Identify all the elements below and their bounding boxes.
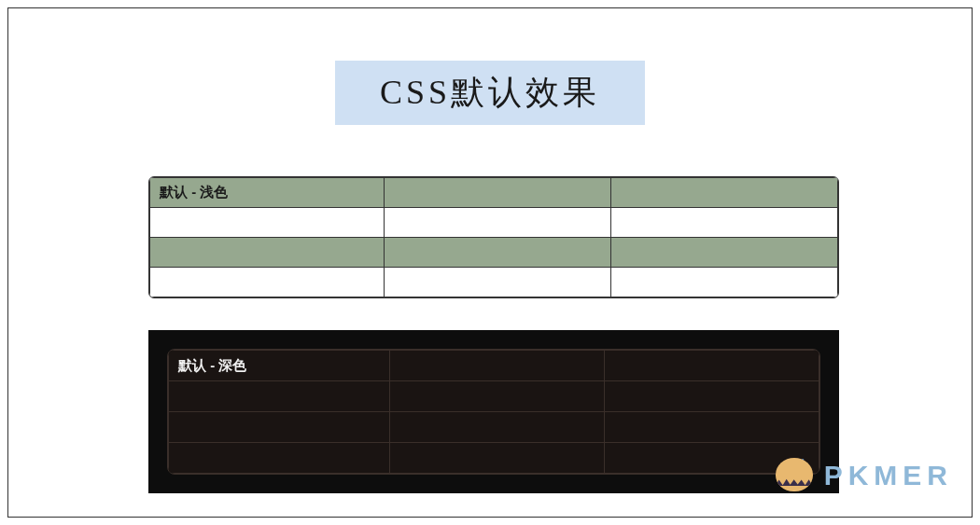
table-cell	[169, 412, 390, 443]
table-row: 默认 - 深色	[169, 351, 819, 381]
table-header-cell: 默认 - 深色	[169, 351, 390, 381]
table-row	[169, 412, 819, 443]
table-header-cell	[389, 351, 604, 381]
table-cell	[169, 381, 390, 412]
table-header-cell	[384, 178, 610, 208]
dark-theme-table: 默认 - 深色	[167, 349, 820, 475]
table-row	[150, 238, 838, 268]
table-header-cell	[604, 351, 819, 381]
table-cell	[604, 381, 819, 412]
table-cell	[604, 412, 819, 443]
table-cell	[389, 412, 604, 443]
table-header-cell	[610, 178, 837, 208]
table-cell	[389, 443, 604, 474]
table-cell	[384, 268, 610, 297]
table-row	[169, 381, 819, 412]
table-row	[150, 208, 838, 238]
light-theme-table: 默认 - 浅色	[148, 176, 839, 298]
table-cell	[384, 208, 610, 238]
table-cell	[389, 381, 604, 412]
table-cell	[610, 208, 837, 238]
dark-theme-panel: 默认 - 深色	[148, 330, 839, 493]
table-cell	[610, 268, 837, 297]
table-cell	[150, 208, 385, 238]
watermark-text: PKMER	[824, 460, 953, 491]
page-title: CSS默认效果	[335, 61, 645, 125]
table-cell	[150, 238, 385, 268]
table-cell	[169, 443, 390, 474]
watermark: 、・ PKMER	[776, 458, 953, 493]
pkmer-logo-icon: 、・	[776, 458, 817, 493]
outer-frame: CSS默认效果 默认 - 浅色	[7, 7, 973, 518]
table-cell	[384, 238, 610, 268]
table-row	[150, 268, 838, 297]
table-row	[169, 443, 819, 474]
table-cell	[150, 268, 385, 297]
table-cell	[610, 238, 837, 268]
table-header-cell: 默认 - 浅色	[150, 178, 385, 208]
table-row: 默认 - 浅色	[150, 178, 838, 208]
